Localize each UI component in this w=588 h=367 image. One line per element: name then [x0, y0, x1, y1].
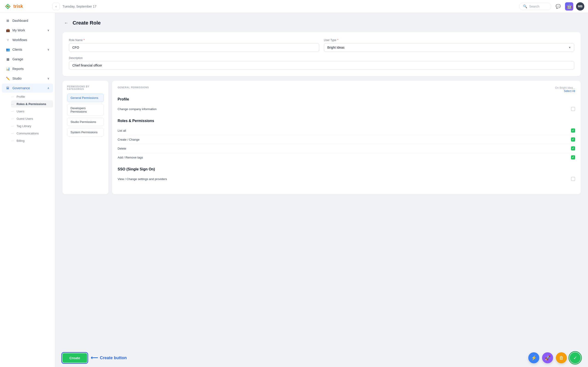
logo: trisk: [4, 2, 50, 10]
sidebar-subitem-tag-library[interactable]: Tag Library: [11, 123, 53, 130]
category-system-permissions[interactable]: System Permissions: [67, 128, 104, 136]
topbar: trisk ‹ Tuesday, September 17 🔍 Search 💬…: [0, 0, 588, 13]
perm-item: Delete: [118, 144, 575, 153]
sidebar-subitem-communications[interactable]: Communications: [11, 130, 53, 137]
user-type-select-wrapper: Bright Ideas: [324, 43, 574, 52]
chevron-down-icon: ∨: [47, 77, 49, 80]
sso-section-title: SSO (Single Sign On): [118, 167, 575, 171]
page-header: ← Create Role: [62, 19, 581, 27]
back-button[interactable]: ←: [62, 19, 70, 27]
sidebar-item-dashboard[interactable]: ⊞ Dashboard: [2, 16, 53, 25]
perm-item-label: Create / Change: [118, 138, 139, 141]
chevron-down-icon: ∨: [47, 29, 49, 32]
topbar-date: Tuesday, September 17: [62, 5, 516, 8]
fab-lightning-button[interactable]: ⚡: [528, 352, 539, 363]
category-general-permissions[interactable]: General Permissions: [67, 94, 104, 102]
user-type-label: User Type *: [324, 39, 574, 42]
permissions-container: PERMISSIONS BY CATEGORIES General Permis…: [62, 81, 581, 194]
sidebar-item-governance[interactable]: 🏛 Governance ∧: [2, 83, 53, 93]
page-title: Create Role: [73, 20, 101, 26]
chat-icon-button[interactable]: 💬: [554, 2, 562, 10]
sidebar-subitem-users[interactable]: Users: [11, 108, 53, 115]
users-icon: 👥: [6, 47, 10, 52]
perm-item-label: Change company information: [118, 107, 157, 111]
description-label: Description: [69, 56, 574, 60]
categories-panel: PERMISSIONS BY CATEGORIES General Permis…: [62, 81, 108, 194]
sidebar-subitem-guest-users[interactable]: Guest Users: [11, 115, 53, 122]
sso-permissions-section: SSO (Single Sign On) View / Change setti…: [118, 167, 575, 183]
sidebar-item-studio[interactable]: ✏️ Studio ∨: [2, 74, 53, 83]
general-permissions-title: GENERAL PERMISSIONS: [118, 86, 149, 89]
sidebar: ⊞ Dashboard 💼 My Work ∨ ⑂ Workflows 👥 Cl…: [0, 13, 55, 367]
checkbox-delete[interactable]: [571, 146, 575, 150]
form-row-top: Role Name * User Type * Bright Ideas: [69, 39, 574, 52]
sidebar-item-workflows[interactable]: ⑂ Workflows: [2, 35, 53, 44]
sidebar-subitem-roles-permissions[interactable]: Roles & Permissions: [11, 100, 53, 108]
create-button[interactable]: Create: [62, 353, 87, 363]
required-indicator: *: [337, 39, 338, 42]
search-label: Search: [529, 5, 539, 8]
perm-item-label: Add / Remove tags: [118, 156, 143, 159]
roles-permissions-section-title: Roles & Permissions: [118, 119, 575, 123]
columns-icon: 🏛: [6, 86, 10, 90]
category-developers-permissions[interactable]: Developers Permissions: [67, 104, 104, 116]
chevron-down-icon: ∨: [47, 48, 49, 51]
search-bar[interactable]: 🔍 Search: [519, 3, 551, 10]
description-input[interactable]: [69, 61, 574, 70]
sidebar-item-clients[interactable]: 👥 Clients ∨: [2, 45, 53, 54]
subitem-label: Users: [17, 110, 24, 113]
checkbox-list-all[interactable]: [571, 128, 575, 133]
sidebar-item-reports[interactable]: 📊 Reports: [2, 64, 53, 73]
topbar-icons: 💬 🤖 MB: [554, 2, 584, 10]
create-annotation: ⟵ Create button: [91, 355, 127, 361]
fab-rocket-button[interactable]: 🚀: [542, 352, 553, 363]
profile-permissions-section: Profile Change company information: [118, 97, 575, 113]
back-arrow-icon: ←: [64, 21, 68, 25]
back-nav-button[interactable]: ‹: [52, 3, 60, 10]
permissions-panel: GENERAL PERMISSIONS On Bright Idea... Se…: [112, 81, 581, 194]
required-indicator: *: [84, 39, 85, 42]
subitem-label: Communications: [17, 132, 39, 135]
checkbox-create-change[interactable]: [571, 137, 575, 142]
sidebar-item-label: Clients: [12, 48, 45, 51]
checkbox-add-remove-tags[interactable]: [571, 155, 575, 159]
fab-group: ⚡ 🚀 🗑 ✓: [528, 352, 581, 363]
edit-icon: ✏️: [6, 76, 10, 81]
create-section: Create ⟵ Create button: [62, 353, 127, 363]
sidebar-item-garage[interactable]: ▦ Garage: [2, 55, 53, 64]
bar-chart-icon: 📊: [6, 67, 10, 71]
category-studio-permissions[interactable]: Studio Permissions: [67, 118, 104, 126]
subitem-label: Tag Library: [17, 124, 31, 128]
categories-title: PERMISSIONS BY CATEGORIES: [67, 85, 104, 90]
role-name-label: Role Name *: [69, 39, 319, 42]
select-all-link[interactable]: Select All: [555, 90, 575, 93]
user-type-group: User Type * Bright Ideas: [324, 39, 574, 52]
profile-section-title: Profile: [118, 97, 575, 101]
checkbox-view-change-sso[interactable]: [571, 177, 575, 181]
fab-trash-button[interactable]: 🗑: [556, 352, 567, 363]
annotation-arrow-icon: ⟵: [91, 355, 98, 361]
perm-item-label: View / Change settings and providers: [118, 177, 167, 181]
checkbox-change-company-info[interactable]: [571, 107, 575, 111]
roles-permissions-section: Roles & Permissions List all Create / Ch…: [118, 119, 575, 162]
sidebar-item-label: Governance: [12, 86, 45, 90]
sidebar-item-label: Garage: [12, 57, 49, 61]
subitem-label: Roles & Permissions: [17, 102, 46, 106]
logo-text: trisk: [13, 4, 23, 9]
user-initials-avatar[interactable]: MB: [576, 2, 584, 10]
sidebar-item-label: Reports: [12, 67, 49, 71]
user-type-select[interactable]: Bright Ideas: [324, 43, 574, 52]
sidebar-item-label: Workflows: [12, 38, 49, 42]
sidebar-subitem-billing[interactable]: Billing: [11, 137, 53, 144]
role-name-input[interactable]: [69, 43, 319, 52]
sidebar-item-my-work[interactable]: 💼 My Work ∨: [2, 26, 53, 35]
sidebar-item-label: My Work: [12, 28, 45, 32]
git-branch-icon: ⑂: [6, 38, 10, 42]
governance-subitems: Profile Roles & Permissions Users Guest …: [0, 93, 55, 144]
perm-item-label: Delete: [118, 147, 126, 150]
user-avatar[interactable]: 🤖: [565, 2, 573, 10]
sidebar-subitem-profile[interactable]: Profile: [11, 93, 53, 100]
perm-item-label: List all: [118, 129, 126, 132]
fab-check-button[interactable]: ✓: [570, 352, 581, 363]
search-icon: 🔍: [523, 4, 527, 8]
